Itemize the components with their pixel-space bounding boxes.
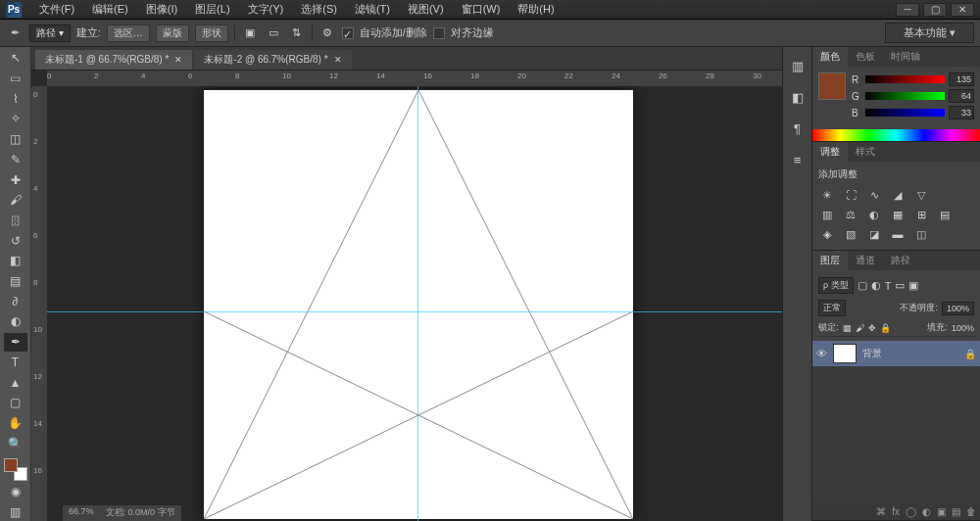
layer-row[interactable]: 👁 背景 🔒 [812, 341, 980, 366]
canvas-area[interactable] [47, 86, 782, 521]
dodge-tool-icon[interactable]: ◐ [4, 312, 27, 331]
lookup-icon[interactable]: ▤ [936, 207, 954, 222]
tab-paths[interactable]: 路径 [883, 251, 918, 270]
g-value-input[interactable]: 64 [949, 89, 974, 103]
blend-mode-select[interactable]: 正常 [818, 300, 846, 316]
window-minimize-icon[interactable]: ─ [896, 3, 919, 17]
brush-tool-icon[interactable]: 🖌 [4, 191, 27, 210]
filter-smart-icon[interactable]: ▣ [908, 279, 918, 292]
curves-icon[interactable]: ∿ [865, 187, 883, 203]
align-edges-checkbox[interactable] [433, 27, 445, 39]
ruler-horizontal[interactable]: 0 2 4 6 8 10 12 14 16 18 20 22 24 26 28 … [47, 71, 782, 86]
quickmask-icon[interactable]: ◉ [4, 483, 27, 501]
invert-icon[interactable]: ◈ [818, 226, 836, 242]
tab-color[interactable]: 颜色 [812, 47, 848, 67]
visibility-icon[interactable]: 👁 [816, 348, 827, 359]
history-panel-icon[interactable]: ▥ [787, 55, 808, 76]
shape-tool-icon[interactable]: ▢ [4, 394, 27, 412]
lock-pixel-icon[interactable]: 🖌 [856, 323, 864, 333]
bw-icon[interactable]: ◐ [865, 207, 883, 222]
b-slider[interactable] [865, 109, 945, 117]
fg-swatch[interactable] [4, 458, 18, 472]
tab-channels[interactable]: 通道 [848, 251, 883, 270]
tab-adjustments[interactable]: 调整 [812, 142, 848, 162]
new-layer-icon[interactable]: ▤ [952, 506, 960, 517]
path-arrange-icon[interactable]: ⇅ [288, 24, 306, 42]
document-tab[interactable]: 未标题-1 @ 66.7%(RGB/8) *✕ [35, 50, 192, 70]
path-select-icon[interactable]: ▲ [4, 373, 27, 392]
crop-tool-icon[interactable]: ◫ [4, 130, 27, 149]
lock-all-icon[interactable]: 🔒 [880, 323, 891, 333]
move-tool-icon[interactable]: ↖ [4, 49, 27, 68]
balance-icon[interactable]: ⚖ [842, 207, 859, 222]
gradient-tool-icon[interactable]: ▤ [4, 272, 27, 291]
make-selection-button[interactable]: 选区… [107, 24, 150, 42]
filter-type-icon[interactable]: T [885, 280, 892, 292]
posterize-icon[interactable]: ▧ [842, 226, 859, 242]
stamp-tool-icon[interactable]: ⌹ [4, 212, 27, 230]
paragraph-panel-icon[interactable]: ≡ [787, 149, 808, 170]
tab-layers[interactable]: 图层 [812, 251, 848, 270]
menu-window[interactable]: 窗口(W) [454, 0, 509, 19]
menu-layer[interactable]: 图层(L) [187, 0, 237, 19]
zoom-level[interactable]: 66.7% [69, 506, 94, 520]
menu-filter[interactable]: 滤镜(T) [347, 0, 398, 19]
color-preview-swatch[interactable] [818, 72, 846, 100]
path-ops-icon[interactable]: ▣ [241, 24, 259, 42]
layer-filter-select[interactable]: ρ 类型 [818, 277, 854, 294]
eraser-tool-icon[interactable]: ◧ [4, 252, 27, 270]
exposure-icon[interactable]: ◢ [889, 187, 906, 203]
gradient-map-icon[interactable]: ▬ [889, 226, 906, 242]
layer-name[interactable]: 背景 [862, 347, 958, 360]
marquee-tool-icon[interactable]: ▭ [4, 70, 27, 88]
wand-tool-icon[interactable]: ✧ [4, 110, 27, 128]
layer-thumbnail[interactable] [833, 344, 857, 363]
window-close-icon[interactable]: ✕ [951, 3, 974, 17]
path-align-icon[interactable]: ▭ [265, 24, 282, 42]
filter-adj-icon[interactable]: ◐ [871, 279, 881, 292]
photo-filter-icon[interactable]: ▦ [889, 207, 906, 222]
properties-panel-icon[interactable]: ◧ [787, 86, 808, 108]
history-brush-icon[interactable]: ↺ [4, 231, 27, 250]
make-mask-button[interactable]: 蒙版 [156, 24, 189, 42]
pen-tool-icon[interactable]: ✒ [6, 24, 24, 42]
heal-tool-icon[interactable]: ✚ [4, 170, 27, 189]
fill-input[interactable]: 100% [952, 323, 974, 333]
guide-vertical[interactable] [417, 86, 418, 521]
threshold-icon[interactable]: ◪ [865, 226, 883, 242]
tab-timeline[interactable]: 时间轴 [883, 47, 928, 67]
vibrance-icon[interactable]: ▽ [912, 187, 930, 203]
screenmode-icon[interactable]: ▥ [4, 502, 27, 521]
filter-image-icon[interactable]: ▢ [858, 279, 867, 292]
new-group-icon[interactable]: ▣ [937, 506, 946, 517]
lasso-tool-icon[interactable]: ⌇ [4, 89, 27, 108]
menu-select[interactable]: 选择(S) [293, 0, 345, 19]
auto-add-delete-checkbox[interactable]: ✓ [342, 27, 354, 39]
mixer-icon[interactable]: ⊞ [912, 207, 930, 222]
link-layers-icon[interactable]: ⌘ [876, 506, 886, 517]
fx-icon[interactable]: fx [892, 506, 900, 517]
hue-icon[interactable]: ▥ [818, 207, 836, 222]
blur-tool-icon[interactable]: ∂ [4, 292, 27, 310]
gear-icon[interactable]: ⚙ [318, 24, 336, 42]
document-tab[interactable]: 未标题-2 @ 66.7%(RGB/8) *✕ [194, 50, 351, 70]
eyedropper-tool-icon[interactable]: ✎ [4, 151, 27, 169]
new-adj-icon[interactable]: ◐ [922, 506, 931, 517]
character-panel-icon[interactable]: ¶ [787, 118, 808, 139]
color-spectrum[interactable] [812, 129, 980, 141]
g-slider[interactable] [865, 92, 945, 100]
lock-pos-icon[interactable]: ✥ [868, 323, 876, 333]
ruler-vertical[interactable]: 0 2 4 6 8 10 12 14 16 [31, 86, 47, 521]
selective-icon[interactable]: ◫ [912, 226, 930, 242]
menu-type[interactable]: 文字(Y) [240, 0, 292, 19]
tool-mode-select[interactable]: 路径 ▾ [29, 24, 71, 42]
menu-view[interactable]: 视图(V) [400, 0, 452, 19]
type-tool-icon[interactable]: T [4, 354, 27, 372]
pen-tool-icon-tb[interactable]: ✒ [4, 333, 27, 352]
levels-icon[interactable]: ⛶ [842, 187, 859, 203]
window-restore-icon[interactable]: ▢ [923, 3, 947, 17]
workspace-switcher[interactable]: 基本功能 ▾ [885, 23, 974, 43]
guide-horizontal[interactable] [47, 311, 782, 312]
menu-edit[interactable]: 编辑(E) [84, 0, 136, 19]
trash-icon[interactable]: 🗑 [966, 506, 976, 517]
